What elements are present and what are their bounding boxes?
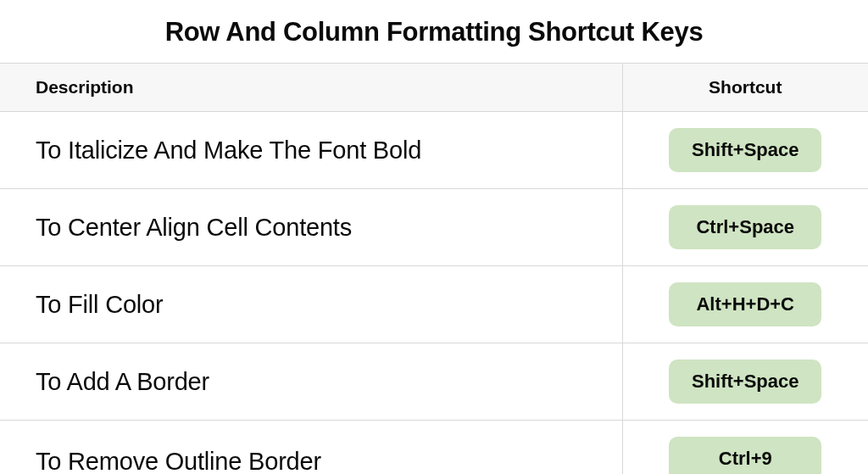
shortcut-cell: Shift+Space <box>622 343 868 421</box>
shortcut-pill: Ctrl+Space <box>669 205 821 249</box>
shortcut-pill: Alt+H+D+C <box>669 282 821 326</box>
description-cell: To Remove Outline Border <box>0 421 622 475</box>
table-row: To Italicize And Make The Font Bold Shif… <box>0 112 868 189</box>
shortcut-pill: Ctrl+9 <box>669 437 821 474</box>
description-cell: To Fill Color <box>0 266 622 343</box>
shortcut-cell: Alt+H+D+C <box>622 266 868 343</box>
description-cell: To Italicize And Make The Font Bold <box>0 112 622 189</box>
table-row: To Remove Outline Border Ctrl+9 <box>0 421 868 475</box>
shortcut-pill: Shift+Space <box>669 128 821 172</box>
description-cell: To Add A Border <box>0 343 622 421</box>
shortcut-cell: Ctrl+9 <box>622 421 868 475</box>
table-row: To Center Align Cell Contents Ctrl+Space <box>0 189 868 266</box>
shortcut-table: Description Shortcut To Italicize And Ma… <box>0 63 868 474</box>
shortcut-cell: Ctrl+Space <box>622 189 868 266</box>
table-row: To Add A Border Shift+Space <box>0 343 868 421</box>
page-title: Row And Column Formatting Shortcut Keys <box>0 0 868 63</box>
shortcut-table-container: Row And Column Formatting Shortcut Keys … <box>0 0 868 474</box>
shortcut-cell: Shift+Space <box>622 112 868 189</box>
header-shortcut: Shortcut <box>622 64 868 112</box>
table-row: To Fill Color Alt+H+D+C <box>0 266 868 343</box>
shortcut-pill: Shift+Space <box>669 360 821 404</box>
description-cell: To Center Align Cell Contents <box>0 189 622 266</box>
table-header-row: Description Shortcut <box>0 64 868 112</box>
header-description: Description <box>0 64 622 112</box>
